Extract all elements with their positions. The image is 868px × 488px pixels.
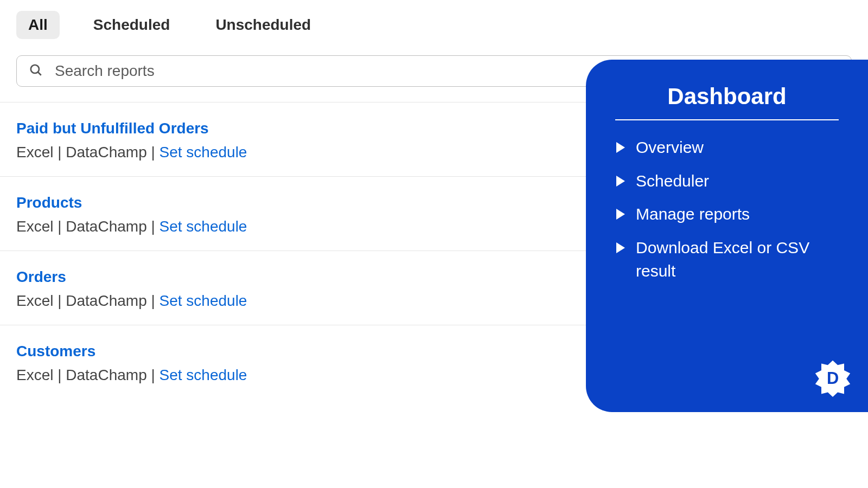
dashboard-item-manage-reports[interactable]: Manage reports xyxy=(615,202,839,226)
report-source: Excel | DataChamp | xyxy=(16,144,159,160)
set-schedule-link[interactable]: Set schedule xyxy=(159,218,247,235)
play-icon xyxy=(615,136,626,159)
badge-letter: D xyxy=(827,369,839,388)
report-source: Excel | DataChamp | xyxy=(16,218,159,235)
set-schedule-link[interactable]: Set schedule xyxy=(159,292,247,309)
dashboard-item-download[interactable]: Download Excel or CSV result xyxy=(615,236,839,283)
dashboard-item-scheduler[interactable]: Scheduler xyxy=(615,169,839,193)
dashboard-item-label: Scheduler xyxy=(636,169,709,193)
dashboard-title: Dashboard xyxy=(615,84,839,120)
play-icon xyxy=(615,202,626,226)
datachamp-badge-icon: D xyxy=(814,359,852,397)
report-meta: Excel | DataChamp | Set schedule xyxy=(16,218,247,235)
play-icon xyxy=(615,169,626,193)
svg-marker-3 xyxy=(616,176,625,187)
play-icon xyxy=(615,236,626,260)
tab-all[interactable]: All xyxy=(16,11,60,39)
tab-unscheduled[interactable]: Unscheduled xyxy=(203,11,323,39)
dashboard-item-label: Manage reports xyxy=(636,202,750,226)
report-title-link[interactable]: Paid but Unfulfilled Orders xyxy=(16,120,209,137)
report-title-link[interactable]: Products xyxy=(16,194,82,211)
set-schedule-link[interactable]: Set schedule xyxy=(159,144,247,160)
report-title-link[interactable]: Orders xyxy=(16,268,66,286)
svg-marker-2 xyxy=(616,142,625,153)
svg-point-0 xyxy=(31,65,39,73)
dashboard-list: Overview Scheduler Manage reports Downlo… xyxy=(615,136,839,283)
set-schedule-link[interactable]: Set schedule xyxy=(159,367,247,383)
report-meta: Excel | DataChamp | Set schedule xyxy=(16,292,247,310)
tab-scheduled[interactable]: Scheduled xyxy=(81,11,182,39)
svg-line-1 xyxy=(38,72,41,75)
search-icon xyxy=(29,63,43,79)
dashboard-item-label: Overview xyxy=(636,136,704,159)
report-title-link[interactable]: Customers xyxy=(16,343,95,360)
report-meta: Excel | DataChamp | Set schedule xyxy=(16,144,247,161)
dashboard-panel: Dashboard Overview Scheduler Manage repo… xyxy=(586,60,868,412)
dashboard-item-label: Download Excel or CSV result xyxy=(636,236,839,283)
svg-marker-5 xyxy=(616,242,625,253)
report-source: Excel | DataChamp | xyxy=(16,367,159,383)
dashboard-item-overview[interactable]: Overview xyxy=(615,136,839,159)
svg-marker-4 xyxy=(616,209,625,220)
filter-tabs: All Scheduled Unscheduled xyxy=(0,0,868,50)
report-source: Excel | DataChamp | xyxy=(16,292,159,309)
report-meta: Excel | DataChamp | Set schedule xyxy=(16,367,247,384)
